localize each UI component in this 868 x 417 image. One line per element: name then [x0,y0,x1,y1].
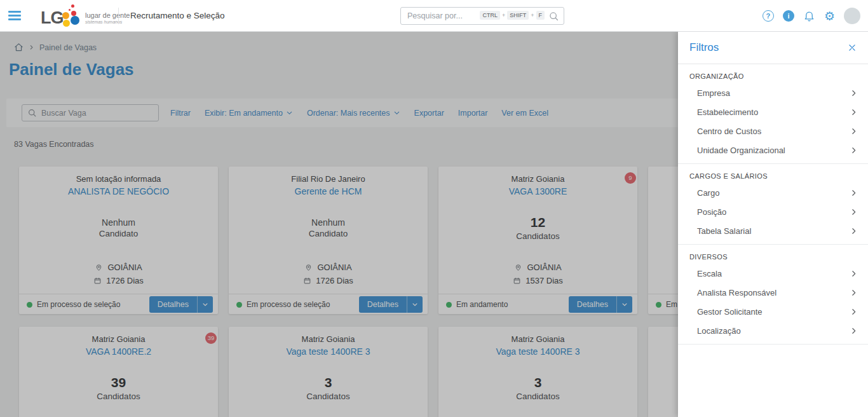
filter-item-unidade-organizacional[interactable]: Unidade Organizacional [678,140,868,160]
chevron-right-icon [850,89,858,97]
filters-title: Filtros [689,41,719,54]
info-icon[interactable]: i [783,10,794,22]
chevron-right-icon [850,227,858,235]
filter-item-localizacao[interactable]: Localização [678,321,868,340]
notifications-icon[interactable] [803,10,815,22]
filters-section-cargos-e-salarios: CARGOS E SALÁRIOS Cargo Posição Tabela S… [678,164,868,245]
chevron-right-icon [850,208,858,216]
chevron-right-icon [850,289,858,297]
search-icon [548,11,559,22]
filter-item-cargo[interactable]: Cargo [678,183,868,202]
key-chip: CTRL [480,11,500,20]
global-search-placeholder: Pesquisar por... [407,8,463,24]
chevron-right-icon [850,270,858,278]
close-icon[interactable] [848,43,857,52]
logo-subtitle: sistemas humanos [85,20,130,24]
section-label: ORGANIZAÇÃO [678,69,868,83]
filter-item-analista-responsavel[interactable]: Analista Responsável [678,283,868,302]
section-label: DIVERSOS [678,250,868,264]
key-chip: F [536,11,545,20]
key-chip: SHIFT [507,11,529,20]
chevron-right-icon [850,189,858,197]
settings-icon[interactable]: ⚙ [824,10,835,22]
logo-lg-text: LG [41,8,64,28]
chevron-right-icon [850,308,858,316]
global-search-input[interactable]: Pesquisar por... CTRL + SHIFT + F [400,7,564,25]
chevron-right-icon [850,327,858,335]
filter-item-tabela-salarial[interactable]: Tabela Salarial [678,221,868,240]
filters-section-organizacao: ORGANIZAÇÃO Empresa Estabelecimento Cent… [678,64,868,164]
user-avatar[interactable] [844,8,860,24]
filter-item-escala[interactable]: Escala [678,264,868,283]
filters-section-diversos: DIVERSOS Escala Analista Responsável Ges… [678,245,868,345]
chevron-right-icon [850,146,858,154]
filter-item-gestor-solicitante[interactable]: Gestor Solicitante [678,302,868,321]
section-label: CARGOS E SALÁRIOS [678,169,868,183]
filter-item-centro-de-custos[interactable]: Centro de Custos [678,121,868,140]
filter-item-posicao[interactable]: Posição [678,202,868,221]
top-bar: LG lugar de gente sistemas humanos Recru… [0,0,868,32]
menu-icon[interactable] [8,11,21,21]
chevron-right-icon [850,127,858,135]
app-title: Recrutamento e Seleção [130,0,225,32]
filter-item-estabelecimento[interactable]: Estabelecimento [678,102,868,121]
logo-dots-icon [62,4,81,29]
help-icon[interactable]: ? [763,10,774,22]
filters-panel: Filtros ORGANIZAÇÃO Empresa Estabelecime… [678,32,868,417]
logo-tagline: lugar de gente [85,11,130,19]
filter-item-empresa[interactable]: Empresa [678,83,868,102]
chevron-right-icon [850,108,858,116]
shortcut-chips: CTRL + SHIFT + F [480,11,545,20]
header-divider [118,8,119,24]
